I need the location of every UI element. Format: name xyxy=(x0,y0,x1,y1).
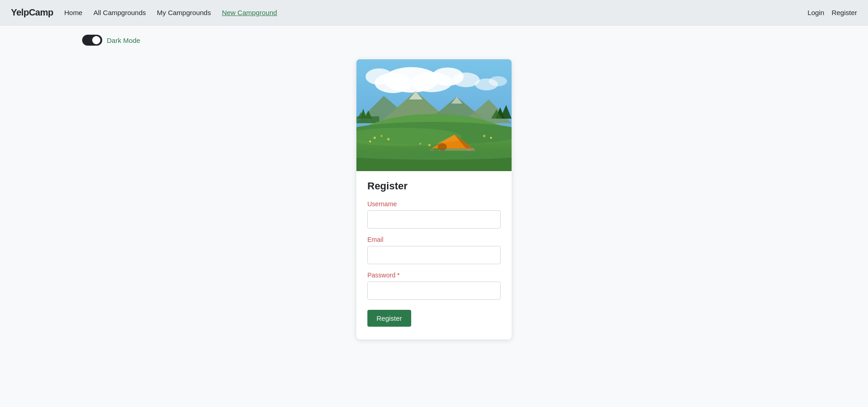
dark-mode-label: Dark Mode xyxy=(107,37,140,44)
svg-point-28 xyxy=(381,135,382,137)
password-label: Password xyxy=(367,271,501,279)
nav-register[interactable]: Register xyxy=(831,9,857,16)
svg-point-44 xyxy=(356,151,512,160)
nav-left: YelpCamp Home All Campgrounds My Campgro… xyxy=(11,7,277,18)
svg-point-32 xyxy=(490,137,492,139)
nav-login[interactable]: Login xyxy=(807,9,824,16)
password-input[interactable] xyxy=(367,282,501,300)
svg-point-27 xyxy=(374,137,376,139)
svg-point-31 xyxy=(483,135,486,137)
svg-point-30 xyxy=(369,141,371,142)
dark-mode-toggle[interactable] xyxy=(82,35,102,46)
nav-right: Login Register xyxy=(807,9,857,16)
password-group: Password xyxy=(367,271,501,300)
camping-scene-image xyxy=(356,59,512,171)
form-title: Register xyxy=(367,180,501,192)
email-label: Email xyxy=(367,236,501,243)
dark-mode-area: Dark Mode xyxy=(0,26,868,46)
svg-point-40 xyxy=(465,148,471,151)
navbar: YelpCamp Home All Campgrounds My Campgro… xyxy=(0,0,868,26)
toggle-slider xyxy=(82,35,102,46)
email-input[interactable] xyxy=(367,246,501,264)
nav-link-home[interactable]: Home xyxy=(64,9,83,16)
register-card: Register Username Email Password Registe… xyxy=(356,59,512,339)
username-input[interactable] xyxy=(367,210,501,229)
svg-point-33 xyxy=(419,143,421,145)
svg-point-29 xyxy=(387,138,390,141)
nav-link-my-campgrounds[interactable]: My Campgrounds xyxy=(157,9,211,16)
username-label: Username xyxy=(367,200,501,208)
card-body: Register Username Email Password Registe… xyxy=(356,171,512,339)
main-content: Register Username Email Password Registe… xyxy=(0,46,868,339)
nav-link-all-campgrounds[interactable]: All Campgrounds xyxy=(94,9,146,16)
email-group: Email xyxy=(367,236,501,264)
register-button[interactable]: Register xyxy=(367,310,411,327)
svg-point-38 xyxy=(438,143,447,151)
svg-point-9 xyxy=(489,76,507,86)
nav-link-new-campground[interactable]: New Campground xyxy=(222,9,277,16)
svg-point-7 xyxy=(366,68,393,85)
username-group: Username xyxy=(367,200,501,229)
svg-point-34 xyxy=(429,144,431,146)
nav-brand[interactable]: YelpCamp xyxy=(11,7,53,18)
